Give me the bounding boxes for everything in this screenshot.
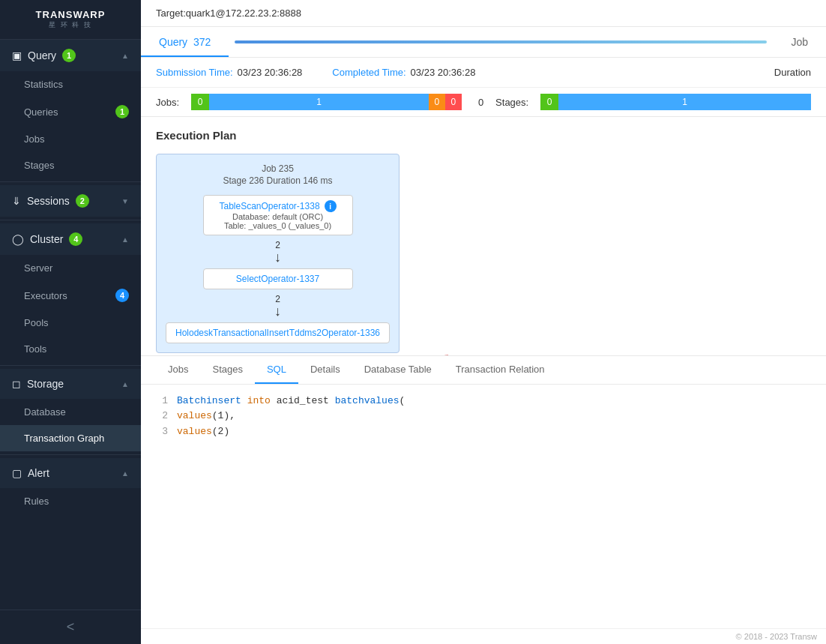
- jobs-progress: 0 1 0 0: [191, 94, 462, 110]
- line-num-1: 1: [156, 394, 168, 409]
- query-job-tabs: Query 372 Job: [141, 27, 826, 58]
- tab-query[interactable]: Query 372: [141, 27, 229, 57]
- sql-area: 1 Batchinsert into acid_test batchvalues…: [141, 385, 826, 629]
- btab-database-table[interactable]: Database Table: [352, 356, 444, 384]
- sidebar-group-sessions-label: Sessions: [27, 195, 70, 207]
- sql-code-2: values(1),: [177, 409, 235, 424]
- sidebar-item-database[interactable]: Database: [0, 399, 141, 425]
- completed-time-value: 03/23 20:36:28: [411, 67, 476, 78]
- sidebar-item-tools[interactable]: Tools: [0, 336, 141, 362]
- target-bar: Target:quark1@172.22.23.2:8888: [141, 0, 826, 27]
- stages-green: 0: [540, 94, 558, 110]
- stages-label: Stages:: [495, 97, 528, 108]
- info-icon[interactable]: i: [325, 200, 337, 212]
- sql-line-1: 1 Batchinsert into acid_test batchvalues…: [156, 394, 811, 409]
- sidebar-item-pools[interactable]: Pools: [0, 310, 141, 336]
- sidebar-group-storage-label: Storage: [27, 378, 64, 390]
- sidebar-group-alert-label: Alert: [28, 467, 49, 479]
- stage-title: Stage 236 Duration 146 ms: [166, 175, 390, 186]
- btab-details[interactable]: Details: [298, 356, 352, 384]
- queries-badge: 1: [115, 105, 129, 118]
- btab-sql[interactable]: SQL: [255, 356, 298, 384]
- sql-code-1: Batchinsert into acid_test batchvalues(: [177, 394, 405, 409]
- btab-jobs[interactable]: Jobs: [156, 356, 200, 384]
- storage-chevron: ▲: [121, 380, 129, 388]
- info-row: Submission Time: 03/23 20:36:28 Complete…: [141, 58, 826, 88]
- select-operator-box: SelectOperator-1337: [203, 268, 353, 289]
- bottom-tabs: Jobs Stages SQL Details Database Table T…: [141, 355, 826, 385]
- sessions-badge: 2: [76, 194, 89, 208]
- sessions-icon: ⇓: [12, 195, 21, 207]
- jobs-green: 0: [191, 94, 209, 110]
- alert-chevron: ▲: [121, 469, 129, 478]
- table-scan-operator-box: TableScanOperator-1338 i Database: defau…: [203, 195, 353, 235]
- job-title: Job 235: [166, 163, 390, 174]
- sidebar-item-transaction-graph[interactable]: Transaction Graph: [0, 425, 141, 451]
- table-scan-operator-name: TableScanOperator-1338: [219, 201, 319, 211]
- submission-time-value: 03/23 20:36:28: [238, 67, 303, 78]
- storage-icon: ◻: [12, 378, 21, 390]
- sidebar-item-rules[interactable]: Rules: [0, 488, 141, 514]
- query-chevron: ▲: [121, 52, 129, 60]
- cluster-icon: ◯: [12, 233, 24, 245]
- logo-sub: 星 环 科 技: [36, 20, 106, 30]
- job-box: Job 235 Stage 236 Duration 146 ms TableS…: [156, 154, 400, 353]
- sessions-chevron: ▼: [121, 197, 129, 205]
- holodesk-operator-name: HolodeskTransactionalInsertTddms2Operato…: [175, 328, 380, 338]
- sidebar-group-sessions[interactable]: ⇓ Sessions 2 ▼: [0, 185, 141, 217]
- cluster-badge: 4: [69, 232, 82, 246]
- copyright: © 2018 - 2023 Transw: [141, 628, 826, 644]
- sidebar: TRANSWARP 星 环 科 技 ▣ Query 1 ▲ Statistics…: [0, 0, 141, 644]
- target-text: Target:quark1@172.22.23.2:8888: [156, 7, 301, 19]
- submission-time-label: Submission Time:: [156, 67, 233, 78]
- sidebar-item-stages[interactable]: Stages: [0, 152, 141, 178]
- sidebar-group-cluster-label: Cluster: [30, 233, 63, 245]
- query-value: 372: [193, 36, 211, 48]
- sidebar-group-cluster[interactable]: ◯ Cluster 4 ▲: [0, 223, 141, 255]
- sidebar-item-jobs[interactable]: Jobs: [0, 126, 141, 152]
- sidebar-group-query[interactable]: ▣ Query 1 ▲: [0, 40, 141, 71]
- sidebar-item-statistics[interactable]: Statistics: [0, 71, 141, 97]
- sql-code-3: values(2): [177, 424, 229, 440]
- arrow-1: 2 ↓: [166, 240, 390, 264]
- jobs-num: 0: [478, 97, 483, 108]
- jobs-blue: 1: [209, 94, 429, 110]
- sidebar-group-alert[interactable]: ▢ Alert ▲: [0, 458, 141, 488]
- logo: TRANSWARP 星 环 科 技: [0, 0, 141, 40]
- sql-line-3: 3 values(2): [156, 424, 811, 440]
- execution-plan-title: Execution Plan: [156, 129, 811, 142]
- query-badge: 1: [62, 49, 76, 62]
- completed-time-label: Completed Time:: [332, 67, 406, 78]
- completed-time: Completed Time: 03/23 20:36:28: [332, 67, 475, 78]
- btab-stages[interactable]: Stages: [200, 356, 254, 384]
- table-detail: Table: _values_0 (_values_0): [213, 221, 343, 230]
- execution-plan-section: Execution Plan Job 235 Stage 236 Duratio…: [141, 117, 826, 355]
- btab-transaction-relation[interactable]: Transaction Relation: [444, 356, 557, 384]
- duration: Duration: [774, 67, 811, 78]
- arrow-2: 2 ↓: [166, 294, 390, 318]
- logo-main: TRANSWARP: [36, 9, 106, 20]
- sidebar-item-server[interactable]: Server: [0, 255, 141, 281]
- line-num-3: 3: [156, 424, 168, 440]
- tab-job[interactable]: Job: [773, 27, 826, 57]
- sql-line-2: 2 values(1),: [156, 409, 811, 424]
- cluster-chevron: ▲: [121, 235, 129, 244]
- jobs-stages-row: Jobs: 0 1 0 0 0 Stages: 0 1: [141, 88, 826, 117]
- collapse-button[interactable]: <: [0, 610, 141, 644]
- holodesk-operator-box: HolodeskTransactionalInsertTddms2Operato…: [166, 322, 390, 343]
- query-icon: ▣: [12, 49, 22, 61]
- duration-label: Duration: [774, 67, 811, 78]
- jobs-red: 0: [445, 94, 462, 110]
- stages-progress: 0 1: [540, 94, 811, 110]
- jobs-label: Jobs:: [156, 97, 179, 108]
- alert-icon: ▢: [12, 467, 22, 479]
- select-operator-name: SelectOperator-1337: [236, 274, 319, 284]
- query-progress-bar: [235, 40, 767, 43]
- sidebar-group-storage[interactable]: ◻ Storage ▲: [0, 369, 141, 399]
- sidebar-item-executors[interactable]: Executors 4: [0, 281, 141, 310]
- sidebar-item-queries[interactable]: Queries 1: [0, 97, 141, 126]
- sidebar-group-query-label: Query: [28, 49, 56, 61]
- main-content: Target:quark1@172.22.23.2:8888 Query 372…: [141, 0, 826, 644]
- executors-badge: 4: [115, 289, 129, 302]
- database-detail: Database: default (ORC): [213, 212, 343, 221]
